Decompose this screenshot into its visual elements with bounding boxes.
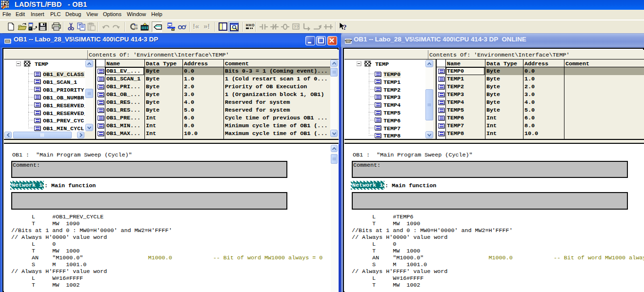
svg-text:»!: »! [204,22,210,30]
svg-text:?: ? [343,23,347,31]
svg-text:HHO: HHO [246,23,255,27]
svg-text:!«: !« [193,22,199,30]
svg-text:??: ?? [294,24,299,29]
svg-text:10: 10 [134,27,138,30]
